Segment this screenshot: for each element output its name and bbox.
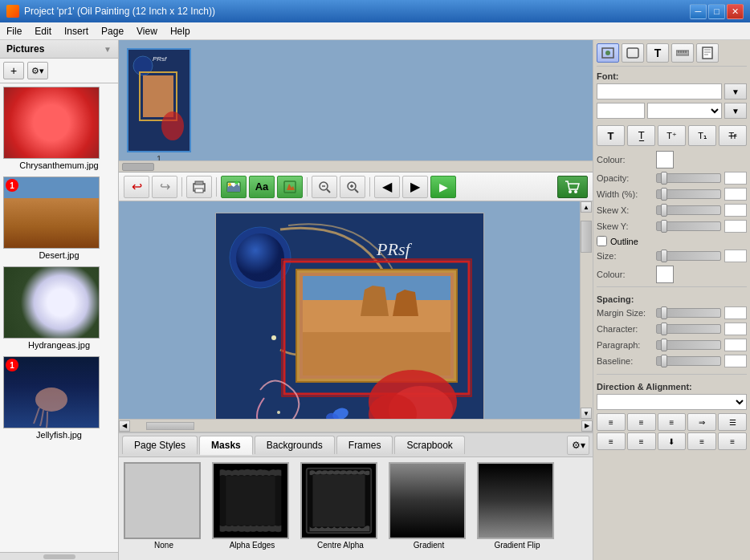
colour2-picker[interactable] xyxy=(656,266,674,283)
skew-x-slider[interactable] xyxy=(656,205,721,215)
horizontal-scrollbar[interactable]: ◀ ▶ xyxy=(119,419,593,432)
mask-item-none[interactable]: None xyxy=(124,462,204,550)
valign-top[interactable]: ≡ xyxy=(597,432,626,450)
list-item[interactable]: 1 Desert.jpg xyxy=(3,177,115,260)
canvas-page[interactable]: PRsf xyxy=(215,213,484,419)
margin-size-slider[interactable] xyxy=(656,308,721,318)
scroll-thumb[interactable] xyxy=(43,554,75,559)
scrollbar-thumb[interactable] xyxy=(122,163,154,171)
h-scroll-thumb[interactable] xyxy=(146,422,194,430)
text-style-normal[interactable]: T xyxy=(597,125,625,146)
opacity-value[interactable] xyxy=(724,172,747,185)
font-size-input[interactable] xyxy=(597,103,645,119)
vertical-scrollbar[interactable]: ▲ ▼ xyxy=(580,201,593,419)
tab-masks[interactable]: Masks xyxy=(199,436,253,455)
align-justify[interactable]: ⇒ xyxy=(687,413,716,431)
mask-item-gradient[interactable]: Gradient xyxy=(389,462,469,550)
opacity-slider[interactable] xyxy=(656,173,721,183)
align-option5[interactable]: ☰ xyxy=(718,413,747,431)
font-style-select[interactable] xyxy=(647,103,722,119)
add-pic-button[interactable] xyxy=(221,176,247,198)
close-button[interactable]: ✕ xyxy=(727,4,744,19)
list-item[interactable]: 1 Jellyfish.jpg xyxy=(3,356,115,440)
scroll-down-button[interactable]: ▼ xyxy=(581,408,592,419)
print-button[interactable] xyxy=(186,176,212,198)
tab-page-styles[interactable]: Page Styles xyxy=(122,436,198,454)
skew-y-value[interactable] xyxy=(724,220,747,233)
maximize-button[interactable]: □ xyxy=(708,4,725,19)
text-style-strikethrough[interactable]: Tr xyxy=(719,125,747,146)
valign-option4[interactable]: ≡ xyxy=(687,432,716,450)
bottom-settings-button[interactable]: ⚙▾ xyxy=(567,436,589,455)
align-left[interactable]: ≡ xyxy=(597,413,626,431)
rt-text-button[interactable]: T xyxy=(646,43,669,63)
menu-insert[interactable]: Insert xyxy=(58,24,95,39)
text-style-shadow[interactable]: T̲ xyxy=(627,125,655,146)
menu-page[interactable]: Page xyxy=(95,24,130,39)
text-style-subscript[interactable]: T₁ xyxy=(688,125,716,146)
next-page-button[interactable]: ▶ xyxy=(402,176,428,198)
rt-shape-button[interactable] xyxy=(597,43,619,63)
character-value[interactable] xyxy=(724,323,747,335)
font-dropdown-button[interactable]: ▼ xyxy=(724,83,747,99)
mask-item-gradient-flip[interactable]: Gradient Flip xyxy=(477,462,557,550)
rt-doc-button[interactable] xyxy=(696,43,719,63)
tab-frames[interactable]: Frames xyxy=(336,436,393,454)
list-item[interactable]: Chrysanthemum.jpg xyxy=(3,87,115,170)
add-picture-button[interactable]: + xyxy=(3,62,24,79)
page-thumb-1[interactable]: PRsf 1 xyxy=(127,48,191,164)
text-style-superscript[interactable]: T⁺ xyxy=(658,125,686,146)
skew-x-value[interactable] xyxy=(724,204,747,217)
size-slider[interactable] xyxy=(656,251,721,261)
zoom-out-button[interactable] xyxy=(312,176,337,198)
margin-value[interactable] xyxy=(724,306,747,319)
list-item[interactable]: Hydrangeas.jpg xyxy=(3,266,115,350)
valign-option5[interactable]: ≡ xyxy=(718,432,747,450)
cart-button[interactable] xyxy=(557,176,588,198)
tab-scrapbook[interactable]: Scrapbook xyxy=(394,436,464,454)
mask-item-centre-alpha[interactable]: Centre Alpha xyxy=(300,462,381,550)
baseline-value[interactable] xyxy=(724,355,747,367)
font-size-dropdown[interactable]: ▼ xyxy=(724,103,747,119)
menu-edit[interactable]: Edit xyxy=(28,24,58,39)
width-slider[interactable] xyxy=(656,189,721,199)
prev-page-button[interactable]: ◀ xyxy=(374,176,400,198)
scroll-left-button[interactable]: ◀ xyxy=(119,420,130,432)
paragraph-value[interactable] xyxy=(724,339,747,351)
menu-help[interactable]: Help xyxy=(164,24,197,39)
menu-view[interactable]: View xyxy=(130,24,164,39)
effect-button[interactable] xyxy=(277,176,303,198)
font-name-input[interactable] xyxy=(597,83,722,99)
width-value[interactable] xyxy=(724,188,747,201)
menu-file[interactable]: File xyxy=(0,24,28,39)
paragraph-slider[interactable] xyxy=(656,340,721,350)
character-slider[interactable] xyxy=(656,324,721,334)
scroll-up-button[interactable]: ▲ xyxy=(581,201,592,213)
mask-item-alpha-edges[interactable]: Alpha Edges xyxy=(212,462,292,550)
thumb-scrollbar[interactable] xyxy=(119,160,593,172)
rt-rect-button[interactable] xyxy=(622,43,644,63)
align-center[interactable]: ≡ xyxy=(627,413,656,431)
pictures-settings-button[interactable]: ⚙▾ xyxy=(27,62,48,79)
play-button[interactable]: ▶ xyxy=(430,176,456,198)
scroll-right-button[interactable]: ▶ xyxy=(581,420,593,432)
direction-select[interactable] xyxy=(597,394,747,410)
tab-backgrounds[interactable]: Backgrounds xyxy=(255,436,335,454)
baseline-slider[interactable] xyxy=(656,356,721,366)
valign-down[interactable]: ⬇ xyxy=(658,432,687,450)
redo-button[interactable]: ↪ xyxy=(152,176,177,198)
rt-ruler-button[interactable] xyxy=(671,43,694,63)
size-value[interactable] xyxy=(724,250,747,262)
align-right[interactable]: ≡ xyxy=(658,413,687,431)
outline-checkbox[interactable] xyxy=(597,236,607,246)
skew-y-slider[interactable] xyxy=(656,221,721,231)
mask-thumb xyxy=(477,462,554,539)
minimize-button[interactable]: ─ xyxy=(690,4,707,19)
undo-button[interactable]: ↩ xyxy=(124,176,149,198)
colour-picker[interactable] xyxy=(656,151,674,168)
zoom-in-button[interactable] xyxy=(340,176,365,198)
valign-middle[interactable]: ≡ xyxy=(627,432,656,450)
text-button[interactable]: Aa xyxy=(249,176,275,198)
scroll-thumb-v[interactable] xyxy=(581,221,592,253)
scroll-area[interactable] xyxy=(0,552,118,560)
